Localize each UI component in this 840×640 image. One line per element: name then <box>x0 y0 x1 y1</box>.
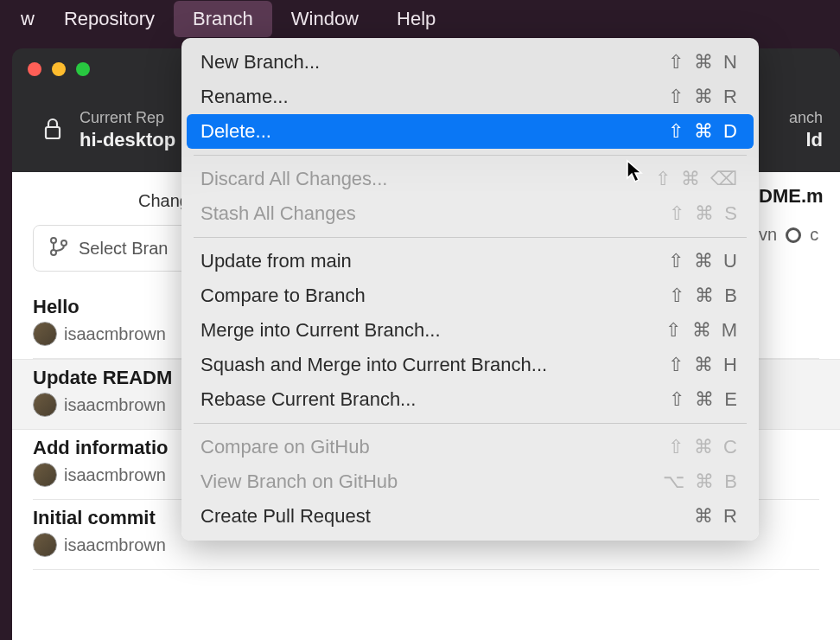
menu-label: Compare to Branch <box>200 285 366 307</box>
svg-rect-0 <box>46 127 60 138</box>
menu-shortcut: ⌘ R <box>694 505 740 528</box>
author-partial: vn <box>759 225 777 245</box>
menu-shortcut: ⇧ ⌘ E <box>669 388 740 411</box>
file-name: DME.m <box>759 185 835 208</box>
commit-author: isaacmbrown <box>64 324 166 344</box>
menu-label: Merge into Current Branch... <box>200 319 441 342</box>
menu-shortcut: ⇧ ⌘ H <box>668 354 740 376</box>
menu-create-pull-request[interactable]: Create Pull Request ⌘ R <box>181 499 759 534</box>
menu-shortcut: ⇧ ⌘ N <box>668 51 740 74</box>
menu-label: Discard All Changes... <box>200 168 387 190</box>
menu-label: Compare on GitHub <box>200 436 370 458</box>
menu-label: Update from main <box>200 250 352 272</box>
menu-shortcut: ⇧ ⌘ C <box>668 436 740 458</box>
menubar-item-partial[interactable]: w <box>21 1 45 37</box>
branch-value: ld <box>805 129 823 151</box>
avatar <box>33 393 57 417</box>
menu-shortcut: ⇧ ⌘ B <box>669 285 740 307</box>
menu-shortcut: ⇧ ⌘ M <box>665 319 740 342</box>
branch-selector-text: Select Bran <box>79 239 168 259</box>
menu-rename[interactable]: Rename... ⇧ ⌘ R <box>181 80 759 114</box>
lock-icon <box>43 118 62 144</box>
menu-update-from-main[interactable]: Update from main ⇧ ⌘ U <box>181 244 759 278</box>
repo-label: Current Rep <box>80 109 175 127</box>
menu-shortcut: ⇧ ⌘ ⌫ <box>655 168 740 190</box>
close-window-button[interactable] <box>28 62 41 76</box>
menu-delete[interactable]: Delete... ⇧ ⌘ D <box>187 114 754 149</box>
menu-shortcut: ⌥ ⌘ B <box>663 470 740 493</box>
menubar-item-repository[interactable]: Repository <box>45 1 174 37</box>
menu-merge-into-current[interactable]: Merge into Current Branch... ⇧ ⌘ M <box>181 313 759 348</box>
menu-label: View Branch on GitHub <box>200 470 398 493</box>
commit-author: isaacmbrown <box>64 395 166 415</box>
avatar <box>33 533 57 557</box>
menu-label: Stash All Changes <box>200 202 356 225</box>
menu-label: Create Pull Request <box>200 505 371 528</box>
menu-shortcut: ⇧ ⌘ U <box>668 250 740 272</box>
maximize-window-button[interactable] <box>76 62 90 76</box>
menu-view-branch-github: View Branch on GitHub ⌥ ⌘ B <box>181 464 759 499</box>
menu-rebase-current[interactable]: Rebase Current Branch... ⇧ ⌘ E <box>181 382 759 417</box>
current-repository[interactable]: Current Rep hi-desktop <box>80 109 175 151</box>
menu-label: Squash and Merge into Current Branch... <box>200 354 547 376</box>
menu-label: Rebase Current Branch... <box>200 388 416 411</box>
menu-new-branch[interactable]: New Branch... ⇧ ⌘ N <box>181 45 759 80</box>
menu-shortcut: ⇧ ⌘ S <box>669 202 740 225</box>
avatar <box>33 463 57 487</box>
menu-compare-to-branch[interactable]: Compare to Branch ⇧ ⌘ B <box>181 278 759 313</box>
menu-stash-all: Stash All Changes ⇧ ⌘ S <box>181 196 759 231</box>
cursor-icon <box>626 159 645 187</box>
svg-point-2 <box>51 250 56 255</box>
menubar-item-help[interactable]: Help <box>378 1 455 37</box>
menubar-item-branch[interactable]: Branch <box>174 1 272 37</box>
menu-label: Rename... <box>200 86 289 108</box>
menu-shortcut: ⇧ ⌘ D <box>668 120 740 143</box>
branch-dropdown-menu: New Branch... ⇧ ⌘ N Rename... ⇧ ⌘ R Dele… <box>181 38 759 541</box>
menu-compare-github: Compare on GitHub ⇧ ⌘ C <box>181 430 759 464</box>
current-branch[interactable]: anch ld <box>789 109 823 151</box>
menu-discard-all: Discard All Changes... ⇧ ⌘ ⌫ <box>181 162 759 196</box>
commit-dot-icon <box>786 227 801 243</box>
menubar-item-window[interactable]: Window <box>272 1 378 37</box>
menu-separator <box>194 423 747 424</box>
menu-separator <box>194 237 747 238</box>
branch-label: anch <box>789 109 823 127</box>
svg-point-3 <box>61 240 67 246</box>
branch-icon <box>49 236 68 260</box>
menu-label: Delete... <box>200 120 271 143</box>
menu-label: New Branch... <box>200 51 320 74</box>
menu-separator <box>194 155 747 156</box>
menu-shortcut: ⇧ ⌘ R <box>668 86 740 108</box>
right-panel: DME.m vn c <box>754 173 840 257</box>
menu-squash-merge[interactable]: Squash and Merge into Current Branch... … <box>181 348 759 382</box>
commit-author: isaacmbrown <box>64 535 166 555</box>
commit-partial: c <box>810 225 818 245</box>
svg-point-1 <box>51 238 56 243</box>
commit-author: isaacmbrown <box>64 465 166 485</box>
menubar: w Repository Branch Window Help <box>0 0 840 38</box>
repo-value: hi-desktop <box>80 129 175 151</box>
minimize-window-button[interactable] <box>52 62 66 76</box>
avatar <box>33 322 57 346</box>
